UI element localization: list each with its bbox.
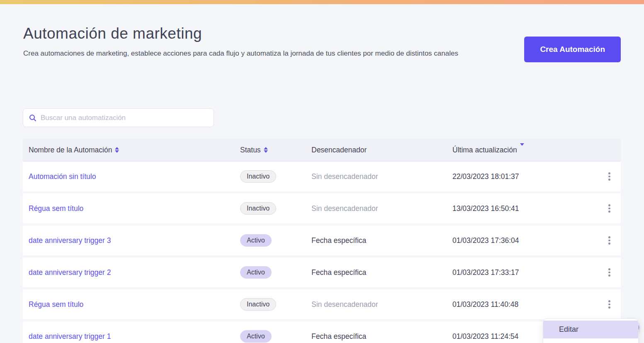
automation-name-link[interactable]: date anniversary trigger 1: [29, 332, 240, 341]
search-icon: [29, 114, 36, 122]
column-label: Desencadenador: [311, 146, 367, 154]
trigger-cell: Fecha específica: [311, 268, 452, 277]
automation-name-link[interactable]: Régua sem título: [29, 300, 240, 309]
trigger-cell: Fecha específica: [311, 332, 452, 341]
create-automation-button[interactable]: Crea Automación: [524, 37, 621, 62]
updated-cell: 01/03/2023 17:33:17: [452, 268, 607, 277]
row-menu-kebab-icon[interactable]: [607, 171, 612, 182]
table-row: date anniversary trigger 1 Activo Fecha …: [23, 321, 621, 343]
updated-cell: 01/03/2023 11:40:48: [452, 300, 607, 309]
row-menu-kebab-icon[interactable]: [607, 203, 612, 214]
title-block: Automación de marketing Crea automacione…: [23, 25, 458, 58]
row-menu-kebab-icon[interactable]: [607, 267, 612, 278]
automation-name-link[interactable]: date anniversary trigger 2: [29, 268, 240, 277]
column-label: Status: [240, 146, 261, 154]
status-badge: Activo: [240, 234, 272, 247]
row-context-menu: EditarRenombrarDuplicarEliminar: [543, 318, 639, 343]
sort-desc-icon: [520, 146, 524, 154]
updated-cell: 13/03/2023 16:50:41: [452, 204, 607, 213]
table-header: Nombre de la Automación Status Desencade…: [23, 139, 621, 162]
trigger-cell: Sin desencadenador: [311, 204, 452, 213]
actions-cell: [607, 203, 622, 214]
table-row: Régua sem título Inactivo Sin desencaden…: [23, 194, 621, 223]
top-gradient-bar: [0, 0, 644, 4]
updated-cell: 01/03/2023 17:36:04: [452, 236, 607, 245]
actions-cell: [607, 235, 622, 246]
status-badge: Activo: [240, 330, 272, 343]
status-badge: Inactivo: [240, 170, 276, 183]
column-header-updated[interactable]: Última actualización: [452, 146, 607, 154]
column-label: Última actualización: [452, 146, 517, 154]
automation-name-link[interactable]: date anniversary trigger 3: [29, 236, 240, 245]
column-label: Nombre de la Automación: [29, 146, 112, 154]
actions-cell: [607, 299, 622, 310]
sort-icon: [264, 147, 268, 153]
trigger-cell: Sin desencadenador: [311, 172, 452, 181]
status-badge: Inactivo: [240, 202, 276, 215]
page-subtitle: Crea automaciones de marketing, establec…: [23, 49, 458, 58]
page-title: Automación de marketing: [23, 25, 458, 42]
row-menu-kebab-icon[interactable]: [607, 235, 612, 246]
actions-cell: [607, 267, 622, 278]
row-menu-kebab-icon[interactable]: [607, 299, 612, 310]
status-badge: Inactivo: [240, 298, 276, 311]
page-header: Automación de marketing Crea automacione…: [0, 25, 644, 62]
table-row: date anniversary trigger 3 Activo Fecha …: [23, 225, 621, 255]
column-header-name[interactable]: Nombre de la Automación: [29, 146, 240, 154]
search-section: [23, 108, 621, 127]
table-row: Automación sin título Inactivo Sin desen…: [23, 162, 621, 191]
table-row: date anniversary trigger 2 Activo Fecha …: [23, 257, 621, 287]
automations-table: Nombre de la Automación Status Desencade…: [23, 139, 621, 343]
automation-name-link[interactable]: Régua sem título: [29, 204, 240, 213]
menu-item-editar[interactable]: Editar: [543, 321, 638, 338]
trigger-cell: Sin desencadenador: [311, 300, 452, 309]
search-input[interactable]: [41, 114, 208, 122]
actions-cell: [607, 171, 622, 182]
trigger-cell: Fecha específica: [311, 236, 452, 245]
column-header-trigger: Desencadenador: [311, 146, 452, 154]
search-box[interactable]: [23, 108, 214, 127]
automation-name-link[interactable]: Automación sin título: [29, 172, 240, 181]
table-row: Régua sem título Inactivo Sin desencaden…: [23, 289, 621, 319]
menu-item-renombrar[interactable]: Renombrar: [543, 338, 638, 343]
table-body: Automación sin título Inactivo Sin desen…: [23, 162, 621, 343]
column-header-status[interactable]: Status: [240, 146, 311, 154]
status-badge: Activo: [240, 266, 272, 279]
updated-cell: 22/03/2023 18:01:37: [452, 172, 607, 181]
sort-icon: [115, 147, 119, 153]
